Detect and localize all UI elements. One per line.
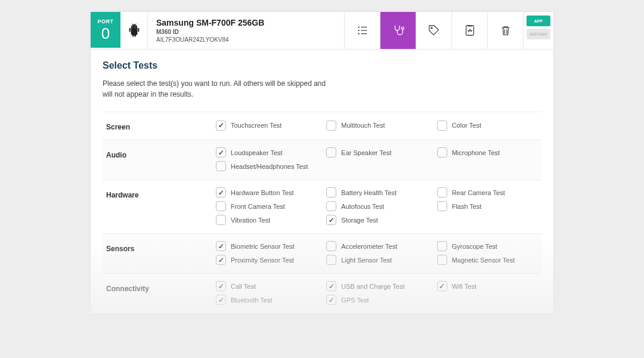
test-checkbox[interactable] <box>326 255 336 265</box>
test-item[interactable]: USB and Charge Test <box>326 281 425 291</box>
test-item[interactable]: Biometric Sensor Test <box>216 241 314 251</box>
test-checkbox[interactable] <box>326 215 336 225</box>
test-label: Color Test <box>452 122 481 129</box>
test-label: Flash Test <box>452 203 482 210</box>
test-label: Hardware Button Test <box>231 189 294 196</box>
test-item[interactable]: Accelerometer Test <box>326 241 425 251</box>
test-checkbox[interactable] <box>216 201 226 211</box>
test-item[interactable]: Vibration Test <box>216 215 314 225</box>
tests-grid: Hardware Button TestBattery Health TestR… <box>216 180 535 233</box>
test-item[interactable]: Call Test <box>216 281 314 291</box>
test-checkbox[interactable] <box>216 161 226 171</box>
test-item[interactable]: Autofocus Test <box>326 201 425 211</box>
test-label: Biometric Sensor Test <box>231 243 295 250</box>
report-icon <box>463 24 476 37</box>
trash-icon <box>499 24 512 37</box>
list-icon <box>356 24 369 37</box>
test-checkbox[interactable] <box>437 281 447 291</box>
test-item[interactable]: Loudspeaker Test <box>216 147 314 158</box>
device-id: AIL7F3OUAR242LYOKV84 <box>156 36 336 43</box>
svg-point-10 <box>401 27 404 29</box>
test-item[interactable]: Ear Speaker Test <box>326 147 425 158</box>
test-item[interactable]: Proximity Sensor Test <box>216 255 314 265</box>
test-label: Call Test <box>231 283 256 290</box>
test-checkbox[interactable] <box>437 241 447 251</box>
test-checkbox[interactable] <box>216 187 226 197</box>
svg-point-11 <box>431 27 432 29</box>
device-info: Samsung SM-F700F 256GB M360 ID AIL7F3OUA… <box>148 12 345 49</box>
test-item[interactable]: Multitouch Test <box>326 119 425 131</box>
test-item[interactable]: Light Sensor Test <box>326 255 425 265</box>
test-item[interactable]: Hardware Button Test <box>216 187 314 197</box>
test-label: Multitouch Test <box>341 122 385 129</box>
test-label: GPS Test <box>341 297 369 304</box>
test-item[interactable]: Wifi Test <box>437 281 535 291</box>
test-checkbox[interactable] <box>326 121 336 131</box>
test-item[interactable]: Battery Health Test <box>326 187 425 197</box>
test-item[interactable]: Bluetooth Test <box>216 295 314 305</box>
test-checkbox[interactable] <box>326 295 336 305</box>
category-label: Connectivity <box>103 274 216 313</box>
test-checkbox[interactable] <box>326 241 336 251</box>
test-item[interactable]: Front Camera Test <box>216 201 314 211</box>
test-item[interactable]: Magnetic Sensor Test <box>437 255 535 265</box>
action-diagnostics-button[interactable] <box>380 12 416 49</box>
category-label: Sensors <box>103 234 216 273</box>
test-label: Storage Test <box>341 217 378 224</box>
test-checkbox[interactable] <box>216 295 226 305</box>
test-label: Microphone Test <box>452 149 500 156</box>
test-checkbox[interactable] <box>437 187 447 197</box>
port-number: 0 <box>101 26 110 41</box>
history-button[interactable]: HISTORY <box>527 29 550 39</box>
svg-rect-0 <box>129 28 130 32</box>
test-item[interactable]: Gyroscope Test <box>437 241 535 251</box>
test-label: Autofocus Test <box>341 203 384 210</box>
device-subtitle: M360 ID <box>156 29 336 35</box>
test-item[interactable]: Touchscreen Test <box>216 119 314 131</box>
side-buttons: APP HISTORY <box>524 12 553 49</box>
stethoscope-icon <box>392 24 405 37</box>
test-item[interactable]: Flash Test <box>437 201 535 211</box>
test-checkbox[interactable] <box>216 121 226 131</box>
tests-grid: Touchscreen TestMultitouch TestColor Tes… <box>216 112 535 140</box>
category-row: HardwareHardware Button TestBattery Heal… <box>103 180 541 233</box>
test-checkbox[interactable] <box>326 187 336 197</box>
test-item[interactable]: Microphone Test <box>437 147 535 158</box>
test-item[interactable]: Storage Test <box>326 215 425 225</box>
svg-point-6 <box>358 33 359 34</box>
test-label: Headset/Headphones Test <box>231 163 308 170</box>
test-label: USB and Charge Test <box>341 283 404 290</box>
app-button[interactable]: APP <box>527 16 550 26</box>
test-checkbox[interactable] <box>216 255 226 265</box>
panel-header: PORT 0 Samsung SM-F700F 256GB M360 ID AI… <box>91 12 553 50</box>
category-label: Audio <box>103 140 216 180</box>
test-checkbox[interactable] <box>326 281 336 291</box>
action-tag-button[interactable] <box>416 12 452 49</box>
test-checkbox[interactable] <box>437 201 447 211</box>
tag-icon <box>428 24 441 37</box>
test-item[interactable]: Color Test <box>437 119 535 131</box>
port-label: PORT <box>97 18 113 24</box>
category-label: Screen <box>103 112 216 140</box>
test-checkbox[interactable] <box>216 241 226 251</box>
test-item[interactable]: GPS Test <box>326 295 425 305</box>
test-checkbox[interactable] <box>216 147 226 158</box>
device-panel: PORT 0 Samsung SM-F700F 256GB M360 ID AI… <box>91 12 553 313</box>
test-label: Front Camera Test <box>231 203 285 210</box>
test-checkbox[interactable] <box>437 121 447 131</box>
action-list-button[interactable] <box>345 12 380 49</box>
action-delete-button[interactable] <box>488 12 524 49</box>
action-report-button[interactable] <box>452 12 488 49</box>
category-row: ConnectivityCall TestUSB and Charge Test… <box>103 273 541 313</box>
test-checkbox[interactable] <box>216 215 226 225</box>
test-checkbox[interactable] <box>216 281 226 291</box>
test-item[interactable]: Headset/Headphones Test <box>216 161 314 171</box>
test-checkbox[interactable] <box>437 147 447 158</box>
test-checkbox[interactable] <box>326 147 336 158</box>
test-checkbox[interactable] <box>326 201 336 211</box>
svg-point-4 <box>358 26 359 27</box>
android-icon <box>128 23 140 38</box>
test-item[interactable]: Rear Camera Test <box>437 187 535 197</box>
test-label: Accelerometer Test <box>341 243 397 250</box>
test-checkbox[interactable] <box>437 255 447 265</box>
